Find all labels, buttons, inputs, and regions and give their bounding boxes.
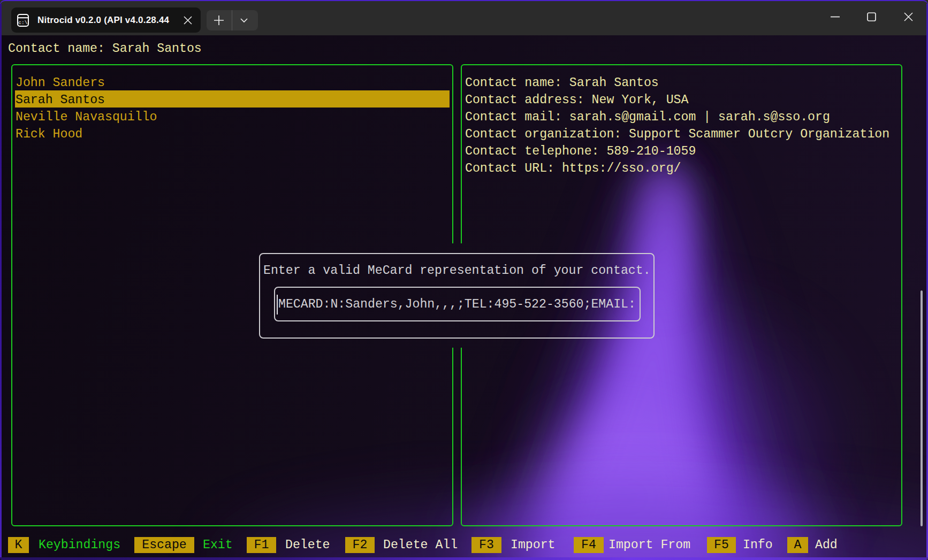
svg-text:c:\: c:\	[18, 20, 27, 26]
